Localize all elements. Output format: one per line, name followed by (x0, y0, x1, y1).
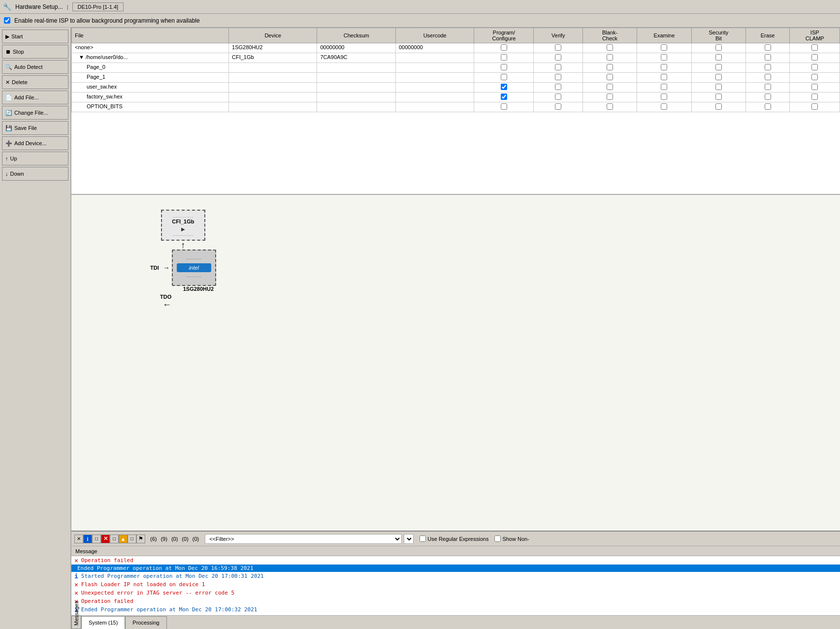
cell-erase[interactable] (745, 53, 790, 63)
blank-check[interactable] (607, 64, 613, 70)
isp-check[interactable] (811, 94, 818, 100)
start-button[interactable]: ▶ Start (2, 30, 68, 43)
examine-check[interactable] (661, 54, 667, 61)
up-button[interactable]: ↑ Up (2, 152, 68, 165)
cell-isp[interactable] (790, 43, 840, 53)
cell-verify[interactable] (534, 43, 583, 53)
blank-check[interactable] (607, 84, 613, 90)
examine-check[interactable] (661, 74, 667, 80)
flag-msg-icon[interactable]: ⚑ (136, 535, 145, 543)
security-check[interactable] (715, 103, 722, 110)
cell-isp[interactable] (790, 53, 840, 63)
save-file-button[interactable]: 💾 Save File (2, 121, 68, 135)
isp-check[interactable] (811, 74, 818, 80)
use-regex-checkbox[interactable] (420, 535, 426, 542)
examine-check[interactable] (661, 44, 667, 51)
verify-check[interactable] (555, 84, 561, 90)
add-device-button[interactable]: ➕ Add Device... (2, 136, 68, 150)
blank-check[interactable] (607, 54, 613, 61)
close-msg-icon[interactable]: ✕ (74, 535, 83, 543)
verify-check[interactable] (555, 44, 561, 51)
program-check[interactable] (501, 54, 507, 61)
examine-check[interactable] (661, 64, 667, 70)
system-tab[interactable]: System (15) (81, 616, 125, 629)
security-check[interactable] (715, 84, 722, 90)
down-button[interactable]: ↓ Down (2, 167, 68, 181)
isp-check[interactable] (811, 64, 818, 70)
cell-verify[interactable] (534, 53, 583, 63)
tab-label[interactable]: DE10-Pro [1-1.4] (72, 2, 124, 11)
security-check[interactable] (715, 74, 722, 80)
program-check[interactable] (501, 44, 507, 51)
show-non-checkbox[interactable] (494, 535, 501, 542)
blank-check[interactable] (607, 74, 613, 80)
blank2-msg-icon[interactable]: □ (110, 535, 119, 543)
isp-check[interactable] (811, 103, 818, 110)
auto-detect-button[interactable]: 🔍 Auto Detect (2, 60, 68, 74)
blank-msg-icon[interactable]: □ (92, 535, 101, 543)
table-row: Page_1 (72, 73, 840, 83)
isp-check[interactable] (811, 44, 818, 51)
erase-check[interactable] (765, 74, 771, 80)
isp-checkbox[interactable] (4, 17, 10, 24)
delete-button[interactable]: ✕ Delete (2, 75, 68, 89)
examine-check[interactable] (661, 103, 667, 110)
add-file-button[interactable]: 📄 Add File... (2, 91, 68, 104)
program-check[interactable] (501, 74, 507, 80)
stop-button[interactable]: ⏹ Stop (2, 45, 68, 59)
message-row[interactable]: Ended Programmer operation at Mon Dec 20… (71, 565, 840, 572)
security-check[interactable] (715, 94, 722, 100)
erase-check[interactable] (765, 44, 771, 51)
cell-blank[interactable] (583, 43, 637, 53)
message-row[interactable]: ✕ Operation failed (71, 597, 840, 605)
erase-check[interactable] (765, 54, 771, 61)
examine-check[interactable] (661, 84, 667, 90)
verify-check[interactable] (555, 74, 561, 80)
message-row[interactable]: ✕ Unexpected error in JTAG server -- err… (71, 589, 840, 597)
isp-check[interactable] (811, 54, 818, 61)
cell-program[interactable] (474, 53, 534, 63)
message-row[interactable]: ✕ Operation failed (71, 556, 840, 565)
erase-check[interactable] (765, 64, 771, 70)
cell-blank[interactable] (583, 53, 637, 63)
info-msg-icon[interactable]: i (83, 535, 92, 543)
cell-program[interactable] (474, 43, 534, 53)
verify-check[interactable] (555, 103, 561, 110)
program-check[interactable] (501, 64, 507, 70)
error-msg-icon[interactable]: ✕ (101, 535, 110, 543)
blank-check[interactable] (607, 44, 613, 51)
examine-check[interactable] (661, 94, 667, 100)
cell-security[interactable] (692, 53, 746, 63)
security-check[interactable] (715, 64, 722, 70)
warning-msg-icon[interactable]: ▲ (119, 535, 128, 543)
use-regex-label: Use Regular Expressions (420, 535, 488, 542)
cell-examine[interactable] (637, 53, 691, 63)
blank3-msg-icon[interactable]: □ (128, 535, 136, 543)
verify-check[interactable] (555, 64, 561, 70)
blank-check[interactable] (607, 103, 613, 110)
processing-tab[interactable]: Processing (125, 616, 166, 629)
cell-erase[interactable] (745, 43, 790, 53)
cell-file: OPTION_BITS (72, 102, 229, 112)
cell-security[interactable] (692, 43, 746, 53)
security-check[interactable] (715, 44, 722, 51)
verify-check[interactable] (555, 54, 561, 61)
isp-check[interactable] (811, 84, 818, 90)
message-row[interactable]: ✕ Flash Loader IP not loaded on device 1 (71, 580, 840, 589)
erase-check[interactable] (765, 84, 771, 90)
program-check[interactable] (501, 103, 507, 110)
filter-type-dropdown[interactable] (404, 534, 414, 544)
program-check[interactable] (501, 84, 507, 90)
message-row[interactable]: i Ended Programmer operation at Mon Dec … (71, 605, 840, 614)
verify-check[interactable] (555, 94, 561, 100)
cell-examine[interactable] (637, 43, 691, 53)
message-row[interactable]: i Started Programmer operation at Mon De… (71, 572, 840, 580)
blank-check[interactable] (607, 94, 613, 100)
security-check[interactable] (715, 54, 722, 61)
messages-sidebar-label[interactable]: Messages (71, 616, 81, 629)
change-file-button[interactable]: 🔄 Change File... (2, 106, 68, 120)
program-check[interactable] (501, 94, 507, 100)
erase-check[interactable] (765, 103, 771, 110)
filter-dropdown[interactable]: <<Filter>> (205, 534, 402, 544)
erase-check[interactable] (765, 94, 771, 100)
